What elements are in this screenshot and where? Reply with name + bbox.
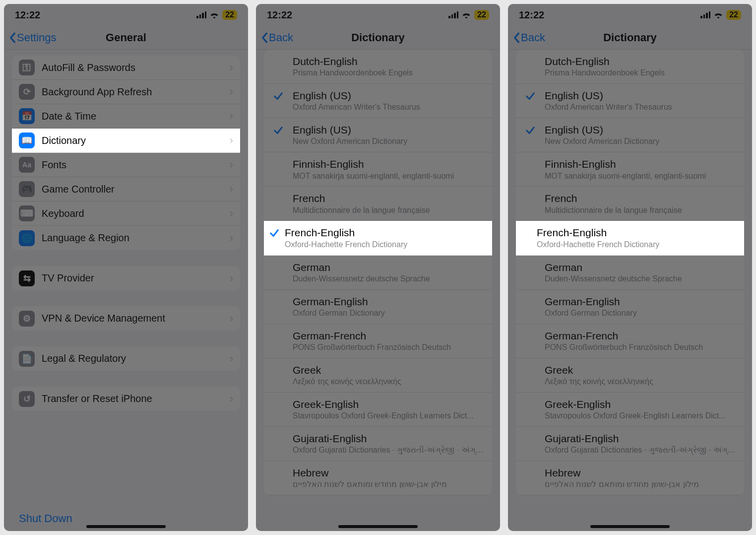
back-button[interactable]: Back [508,31,545,44]
screen-general-settings: 12:22 22 Settings General ⚿AutoFill & Pa… [4,4,248,531]
row-label: Keyboard [42,208,230,219]
checkmark-icon [516,432,545,434]
status-bar: 12:22 22 [256,4,500,26]
dictionary-row[interactable]: GermanDuden-Wissensnetz deutsche Sprache [516,256,744,290]
chevron-right-icon: › [230,158,233,171]
settings-row-background-app-refresh[interactable]: ⟳Background App Refresh› [12,80,240,104]
checkmark-icon [516,261,545,263]
row-label: AutoFill & Passwords [42,62,230,73]
chevron-left-icon [513,32,520,43]
dictionary-subtitle: Oxford Gujarati Dictionaries · ગુજરાતી-અ… [293,445,484,456]
settings-row-transfer-or-reset-iphone[interactable]: ↺Transfer or Reset iPhone› [12,387,240,411]
nav-bar: Settings General [4,26,248,50]
checkmark-icon [264,55,293,57]
dictionary-list[interactable]: Dutch-EnglishPrisma Handwoordenboek Enge… [508,50,752,531]
font-icon: Aa [19,157,35,173]
dictionary-subtitle: Prisma Handwoordenboek Engels [545,68,736,78]
dictionary-title: Greek [545,363,736,377]
checkmark-icon [516,89,545,102]
battery-badge: 22 [222,10,237,20]
dictionary-title: German [545,261,736,274]
chevron-left-icon [261,32,268,43]
settings-row-language-region[interactable]: 🌐Language & Region› [12,226,240,250]
checkmark-icon [516,466,545,468]
settings-list[interactable]: ⚿AutoFill & Passwords›⟳Background App Re… [4,50,248,506]
dictionary-row[interactable]: FrenchMultidictionnaire de la langue fra… [264,187,492,221]
settings-row-fonts[interactable]: AaFonts› [12,153,240,177]
dictionary-row[interactable]: Gujarati-EnglishOxford Gujarati Dictiona… [264,427,492,461]
dictionary-subtitle: Duden-Wissensnetz deutsche Sprache [545,274,736,284]
checkmark-icon [516,192,545,194]
dictionary-row[interactable]: English (US)New Oxford American Dictiona… [516,118,744,152]
dictionary-row[interactable]: English (US)Oxford American Writer's The… [516,84,744,118]
settings-row-legal-regulatory[interactable]: 📄Legal & Regulatory› [12,346,240,371]
dictionary-row[interactable]: GreekΛεξικό της κοινής νεοελληνικής [264,358,492,393]
settings-row-keyboard[interactable]: ⌨Keyboard› [12,201,240,226]
dictionary-row[interactable]: German-EnglishOxford German Dictionary [264,290,492,324]
checkmark-icon [516,295,545,297]
settings-row-dictionary[interactable]: 📖Dictionary› [12,129,240,153]
settings-row-date-time[interactable]: 📅Date & Time› [12,104,240,129]
dictionary-row[interactable]: German-EnglishOxford German Dictionary [516,290,744,324]
dictionary-row[interactable]: English (US)Oxford American Writer's The… [264,84,492,118]
dictionary-row[interactable]: Gujarati-EnglishOxford Gujarati Dictiona… [516,427,744,461]
dictionary-row[interactable]: German-FrenchPONS Großwörterbuch Französ… [264,324,492,358]
dictionary-row[interactable]: French-EnglishOxford-Hachette French Dic… [516,221,744,255]
back-button[interactable]: Back [256,31,293,44]
chevron-right-icon: › [230,110,233,123]
chevron-right-icon: › [230,232,233,245]
dictionary-row[interactable]: Dutch-EnglishPrisma Handwoordenboek Enge… [516,50,744,84]
dictionary-title: German-English [293,295,484,308]
book-icon: 📖 [19,133,35,148]
home-indicator[interactable] [590,525,670,528]
row-label: VPN & Device Management [42,313,230,324]
back-button[interactable]: Settings [4,31,57,44]
dictionary-title: English (US) [545,89,736,102]
row-label: Game Controller [42,184,230,195]
row-label: TV Provider [42,272,230,284]
chevron-left-icon [9,32,16,43]
dictionary-title: Gujarati-English [293,432,484,445]
dictionary-row[interactable]: Greek-EnglishStavropoulos Oxford Greek-E… [516,393,744,427]
dictionary-title: French [545,192,736,205]
checkmark-icon [264,261,293,263]
dictionary-subtitle: מילון אבן-שושן מחודש ומותאם לשנות האלפיי… [545,479,736,490]
cellular-icon [196,11,206,18]
checkmark-icon [264,398,293,400]
row-label: Language & Region [42,232,230,244]
dictionary-row[interactable]: Hebrewמילון אבן-שושן מחודש ומותאם לשנות … [516,461,744,495]
home-indicator[interactable] [338,525,418,528]
settings-row-tv-provider[interactable]: ⇆TV Provider› [12,266,240,290]
settings-row-autofill-passwords[interactable]: ⚿AutoFill & Passwords› [12,56,240,80]
dictionary-row[interactable]: Greek-EnglishStavropoulos Oxford Greek-E… [264,393,492,427]
status-time: 12:22 [15,9,40,21]
dictionary-row[interactable]: Finnish-EnglishMOT sanakirja suomi-engla… [264,152,492,187]
refresh-icon: ⟳ [19,84,35,100]
dictionary-title: German-French [545,329,736,342]
dictionary-list[interactable]: Dutch-EnglishPrisma Handwoordenboek Enge… [256,50,500,531]
settings-row-game-controller[interactable]: 🎮Game Controller› [12,177,240,201]
dictionary-row[interactable]: GreekΛεξικό της κοινής νεοελληνικής [516,358,744,393]
dictionary-row[interactable]: German-FrenchPONS Großwörterbuch Französ… [516,324,744,358]
dictionary-row[interactable]: Finnish-EnglishMOT sanakirja suomi-engla… [516,152,744,187]
settings-row-vpn-device-management[interactable]: ⚙VPN & Device Management› [12,306,240,331]
home-indicator[interactable] [86,525,166,528]
checkmark-icon [516,55,545,57]
checkmark-icon [264,329,293,331]
dictionary-row[interactable]: FrenchMultidictionnaire de la langue fra… [516,187,744,221]
dictionary-title: Hebrew [545,466,736,479]
chevron-right-icon: › [230,183,233,196]
globe-icon: 🌐 [19,230,35,246]
dictionary-row[interactable]: Hebrewמילון אבן-שושן מחודש ומותאם לשנות … [264,461,492,495]
dictionary-row[interactable]: Dutch-EnglishPrisma Handwoordenboek Enge… [264,50,492,84]
dictionary-title: Dutch-English [293,55,484,68]
dictionary-row[interactable]: French-EnglishOxford-Hachette French Dic… [264,221,492,255]
dictionary-row[interactable]: GermanDuden-Wissensnetz deutsche Sprache [264,256,492,290]
dictionary-title: French-English [537,226,744,239]
dictionary-row[interactable]: English (US)New Oxford American Dictiona… [264,118,492,152]
chevron-right-icon: › [230,312,233,325]
checkmark-icon [516,157,545,159]
dictionary-subtitle: Λεξικό της κοινής νεοελληνικής [293,377,484,387]
document-icon: 📄 [19,351,35,367]
battery-badge: 22 [726,10,741,20]
